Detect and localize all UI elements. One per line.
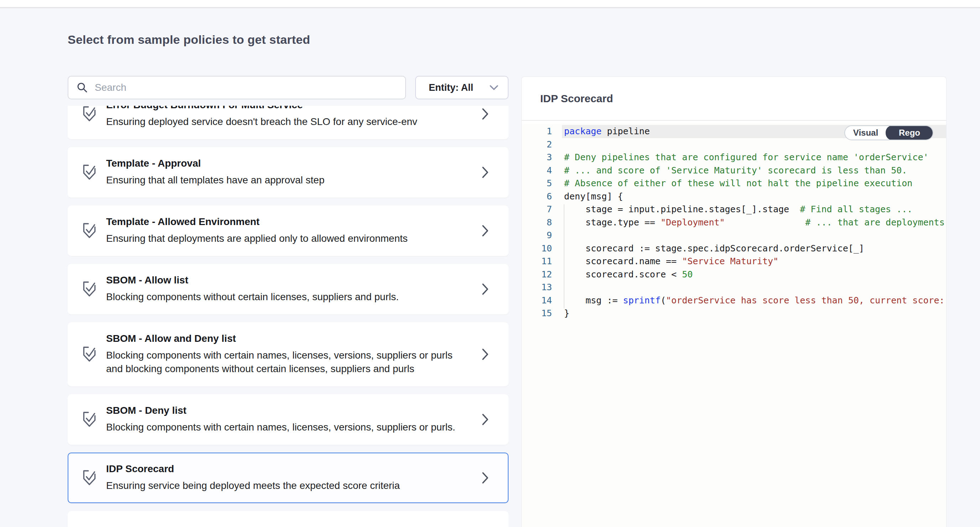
code-line: 11 scorecard.name == "Service Maturity" [522, 255, 946, 268]
code-line-content: # ... and score of 'Service Maturity' sc… [562, 164, 946, 177]
line-number: 11 [522, 255, 562, 268]
policy-shield-check-icon [81, 222, 106, 240]
chevron-down-icon [489, 85, 498, 91]
code-line: 4# ... and score of 'Service Maturity' s… [522, 164, 946, 177]
visual-tab[interactable]: Visual [845, 126, 886, 140]
policy-card[interactable]: SBOM - Allow and Deny listBlocking compo… [68, 322, 509, 386]
code-line-content [562, 229, 946, 242]
chevron-right-icon [482, 166, 491, 179]
policy-shield-check-icon [81, 345, 106, 363]
policy-shield-check-icon [81, 164, 106, 181]
policy-card-title: SBOM - Allow list [106, 275, 471, 286]
policy-card-title: Template - Approval [106, 158, 471, 169]
chevron-right-icon [482, 224, 491, 237]
code-line: 3# Deny pipelines that are configured fo… [522, 151, 946, 164]
line-number: 14 [522, 294, 562, 307]
policy-card-description: Ensuring that all templates have an appr… [106, 174, 471, 187]
code-line-content [562, 281, 946, 294]
policy-card-title: IDP Scorecard [106, 463, 471, 474]
rego-tab[interactable]: Rego [886, 125, 933, 140]
policy-card-content: Error Budget Burndown For Multi ServiceE… [106, 106, 482, 129]
code-line-content: scorecard.score < 50 [562, 268, 946, 281]
policy-card-description: Ensuring deployed service doesn't breach… [106, 115, 471, 129]
policy-shield-check-icon [81, 106, 106, 123]
policy-card[interactable]: SBOM - Deny listBlocking components with… [68, 394, 509, 445]
line-number: 3 [522, 151, 562, 164]
code-line: 12 scorecard.score < 50 [522, 268, 946, 281]
policy-card-selected[interactable]: IDP ScorecardEnsuring service being depl… [68, 452, 509, 503]
detail-title: IDP Scorecard [540, 92, 613, 105]
code-line: 14 msg := sprintf("orderService has scor… [522, 294, 946, 307]
policy-card-title: Error Budget Burndown For Multi Service [106, 106, 471, 111]
chevron-right-icon [482, 108, 491, 120]
policy-shield-check-icon [81, 411, 106, 428]
chevron-right-icon [482, 413, 491, 426]
chevron-right-icon [482, 348, 491, 361]
line-number: 15 [522, 307, 562, 320]
policy-card-description: Ensuring that deployments are applied on… [106, 232, 471, 245]
policy-shield-check-icon [81, 469, 106, 487]
code-line: 10 scorecard := stage.spec.idpScorecard.… [522, 242, 946, 255]
code-line-content: # Deny pipelines that are configured for… [562, 151, 946, 164]
code-line: 8 stage.type == "Deployment" # ... that … [522, 216, 946, 229]
line-number: 5 [522, 177, 562, 190]
indent-guide [564, 204, 565, 308]
policy-card[interactable]: Error Budget Burndown For Multi ServiceE… [68, 106, 509, 139]
code-line: 6deny[msg] { [522, 190, 946, 203]
policy-card-title: SBOM - Deny list [106, 405, 471, 416]
chevron-right-icon [482, 283, 491, 296]
policy-card-title: SBOM - Allow and Deny list [106, 333, 471, 344]
code-line: 9 [522, 229, 946, 242]
policy-card-content: SBOM - Allow listBlocking components wit… [106, 275, 482, 304]
line-number: 2 [522, 138, 562, 151]
entity-filter-label: Entity: All [429, 82, 473, 93]
line-number: 8 [522, 216, 562, 229]
rego-code-editor[interactable]: 1package pipeline23# Deny pipelines that… [522, 124, 946, 527]
detail-header: IDP Scorecard [522, 77, 946, 121]
policy-card-description: Blocking components with certain names, … [106, 420, 471, 434]
code-line: 5# Absence of either of these will not h… [522, 177, 946, 190]
code-line-content: stage = input.pipeline.stages[_].stage #… [562, 203, 946, 216]
code-line-content: stage.type == "Deployment" # ... that ar… [562, 216, 946, 229]
policy-list: Error Budget Burndown For Multi ServiceE… [68, 106, 509, 527]
line-number: 12 [522, 268, 562, 281]
policy-card-title: Template - Allowed Environment [106, 216, 471, 228]
policy-card[interactable]: SBOM - Allow listBlocking components wit… [68, 264, 509, 314]
code-line-content: } [562, 307, 946, 320]
policy-card[interactable]: Template - ApprovalEnsuring that all tem… [68, 147, 509, 197]
line-number: 10 [522, 242, 562, 255]
search-icon [76, 81, 88, 94]
page-title: Select from sample policies to get start… [68, 33, 310, 47]
editor-mode-toggle: Visual Rego [844, 125, 933, 140]
line-number: 6 [522, 190, 562, 203]
policy-card-description: Blocking components without certain lice… [106, 290, 471, 304]
line-number: 7 [522, 203, 562, 216]
code-line: 13 [522, 281, 946, 294]
entity-filter-dropdown[interactable]: Entity: All [415, 76, 509, 99]
policy-card-description: Blocking components with certain names, … [106, 349, 471, 376]
policy-card-description: Ensuring service being deployed meets th… [106, 479, 471, 492]
code-line-content: scorecard.name == "Service Maturity" [562, 255, 946, 268]
code-line-content: deny[msg] { [562, 190, 946, 203]
policy-card-content: Template - Allowed EnvironmentEnsuring t… [106, 216, 482, 245]
top-bar [0, 0, 980, 8]
line-number: 1 [522, 125, 562, 138]
policy-card-content: Template - ApprovalEnsuring that all tem… [106, 158, 482, 187]
chevron-right-icon [482, 471, 491, 484]
policy-card[interactable]: Template - Allowed EnvironmentEnsuring t… [68, 205, 509, 256]
policy-card-content: SBOM - Deny listBlocking components with… [106, 405, 482, 434]
line-number: 4 [522, 164, 562, 177]
policy-detail-panel: IDP Scorecard 1package pipeline23# Deny … [521, 76, 947, 527]
policy-shield-check-icon [81, 280, 106, 298]
search-box [68, 76, 406, 99]
search-input[interactable] [95, 82, 398, 93]
policy-card-partial[interactable] [68, 511, 509, 527]
code-line-content: msg := sprintf("orderService has score l… [562, 294, 946, 307]
code-line: 7 stage = input.pipeline.stages[_].stage… [522, 203, 946, 216]
policy-card-content: SBOM - Allow and Deny listBlocking compo… [106, 333, 482, 376]
code-line-content: # Absence of either of these will not ha… [562, 177, 946, 190]
policy-card-content: IDP ScorecardEnsuring service being depl… [106, 463, 482, 492]
code-line: 15} [522, 307, 946, 320]
line-number: 9 [522, 229, 562, 242]
line-number: 13 [522, 281, 562, 294]
